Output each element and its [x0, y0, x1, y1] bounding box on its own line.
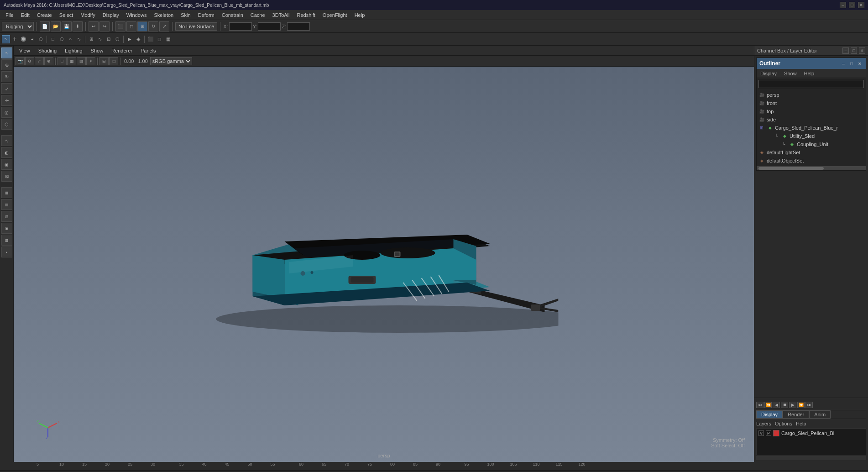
poly-model-1[interactable]: ▦ — [1, 187, 12, 198]
save-scene-btn[interactable]: 💾 — [62, 21, 72, 31]
select-tool[interactable]: ↖ — [1, 47, 12, 58]
sculpt-tool[interactable]: ◉ — [1, 159, 12, 170]
menu-3dtoall[interactable]: 3DToAll — [269, 11, 293, 19]
layer-tab-render[interactable]: Render — [783, 410, 809, 419]
menu-redshift[interactable]: Redshift — [293, 11, 319, 19]
outliner-tab-show[interactable]: Show — [782, 70, 799, 77]
lp-next-btn[interactable]: ⏩ — [797, 402, 805, 408]
circle-select-icon[interactable]: ○ — [66, 35, 74, 43]
viewport-3d[interactable]: X Y Z persp Symmetry: Off Soft Select: O… — [14, 67, 754, 462]
show-poly-icon[interactable]: ⬛ — [146, 35, 155, 43]
poly-model-3[interactable]: ▧ — [1, 211, 12, 222]
lp-stop-btn[interactable]: ⏹ — [781, 402, 788, 408]
scale-tool-btn[interactable]: ⤢ — [159, 21, 169, 31]
snap-surface-icon[interactable]: ⬡ — [113, 35, 121, 43]
rotate-tool[interactable]: ↻ — [1, 71, 12, 82]
component-icon[interactable]: ⬡ — [37, 35, 45, 43]
y-input[interactable] — [258, 22, 281, 31]
render-icon[interactable]: ▶ — [125, 35, 134, 43]
paint-icon[interactable]: 🔘 — [19, 35, 27, 43]
scale-tool[interactable]: ⤢ — [1, 83, 12, 94]
poly-model-4[interactable]: ▣ — [1, 223, 12, 234]
layer-row-cargo[interactable]: V P Cargo_Sled_Pelican_Bl — [757, 429, 866, 438]
open-scene-btn[interactable]: 📂 — [51, 21, 61, 31]
undo-btn[interactable]: ↩ — [89, 21, 99, 31]
outliner-hscroll[interactable] — [757, 166, 866, 170]
paint-select[interactable]: ◐ — [1, 147, 12, 158]
box-select-icon[interactable]: □ — [49, 35, 57, 43]
universal-manip[interactable]: ✛ — [1, 95, 12, 106]
show-nurbs-icon[interactable]: ◻ — [155, 35, 163, 43]
menu-file[interactable]: File — [2, 11, 17, 19]
camera-attrs-btn[interactable]: ⚙ — [25, 57, 34, 65]
tree-item-object-set[interactable]: ◈ defaultObjectSet — [757, 157, 866, 165]
center-btn[interactable]: ⊕ — [44, 57, 53, 65]
move-tool-btn[interactable]: ⊞ — [137, 21, 147, 31]
hud-btn[interactable]: ◻ — [109, 57, 118, 65]
curve-tool[interactable]: ∿ — [1, 135, 12, 146]
vp-shading-menu[interactable]: Shading — [35, 47, 60, 54]
textured-btn[interactable]: ▧ — [77, 57, 86, 65]
lp-play-btn[interactable]: ▶ — [789, 402, 796, 408]
no-live-surface-btn[interactable]: No Live Surface — [175, 22, 217, 31]
outliner-search-input[interactable] — [758, 80, 864, 88]
menu-help[interactable]: Help — [351, 11, 369, 19]
tree-item-persp[interactable]: 🎥 persp — [757, 91, 866, 99]
show-manipulator[interactable]: ⬡ — [1, 119, 12, 130]
import-btn[interactable]: ⬇ — [73, 21, 83, 31]
tree-item-coupling[interactable]: └ ◆ Coupling_Unit — [757, 140, 866, 148]
snap-curve-icon[interactable]: ∿ — [96, 35, 104, 43]
layer-playback-toggle[interactable]: P — [766, 430, 771, 436]
soft-select[interactable]: ◎ — [1, 107, 12, 118]
freeform-select-icon[interactable]: ∿ — [75, 35, 83, 43]
lp-last-btn[interactable]: ⏭ — [805, 402, 813, 408]
smooth-btn[interactable]: ▦ — [67, 57, 76, 65]
new-scene-btn[interactable]: 📄 — [40, 21, 50, 31]
menu-cache[interactable]: Cache — [247, 11, 269, 19]
menu-skin[interactable]: Skin — [177, 11, 194, 19]
rotate-tool-btn[interactable]: ↻ — [148, 21, 158, 31]
layers-option[interactable]: Layers — [756, 421, 771, 426]
x-input[interactable] — [229, 22, 252, 31]
vp-panels-menu[interactable]: Panels — [137, 47, 160, 54]
outliner-minimize-btn[interactable]: – — [840, 60, 847, 67]
cb-close-btn[interactable]: ✕ — [859, 47, 865, 54]
lasso-tool-btn[interactable]: ◻ — [126, 21, 136, 31]
layer-hscroll[interactable] — [756, 456, 866, 460]
menu-openflight[interactable]: OpenFlight — [319, 11, 351, 19]
soft-mod-icon[interactable]: ◂ — [28, 35, 36, 43]
tree-item-utility-sled[interactable]: └ ◆ Utility_Sled — [757, 132, 866, 140]
tree-item-top[interactable]: 🎥 top — [757, 107, 866, 115]
show-subdiv-icon[interactable]: ▦ — [164, 35, 172, 43]
wireframe-btn[interactable]: □ — [58, 57, 67, 65]
outliner-close-btn[interactable]: ✕ — [857, 60, 863, 67]
lighting-btn[interactable]: ☀ — [86, 57, 95, 65]
move-pivot-icon[interactable]: ✛ — [10, 35, 19, 43]
cb-minimize-btn[interactable]: – — [842, 47, 849, 54]
snap-grid-icon[interactable]: ⊞ — [87, 35, 95, 43]
options-option[interactable]: Options — [775, 421, 792, 426]
maximize-button[interactable]: □ — [849, 2, 855, 8]
vp-lighting-menu[interactable]: Lighting — [61, 47, 86, 54]
lp-prev-btn[interactable]: ⏪ — [764, 402, 772, 408]
layer-color-swatch[interactable] — [773, 430, 779, 436]
outliner-tab-display[interactable]: Display — [758, 70, 779, 77]
snap-point-icon[interactable]: ⊡ — [105, 35, 113, 43]
layer-scroll[interactable]: V P Cargo_Sled_Pelican_Bl — [756, 428, 866, 456]
grid-btn[interactable]: ⊞ — [99, 57, 109, 65]
ipr-icon[interactable]: ◉ — [134, 35, 142, 43]
select-tool-btn[interactable]: ⬛ — [115, 21, 125, 31]
layer-tab-anim[interactable]: Anim — [809, 410, 831, 419]
lp-play-back-btn[interactable]: ◀ — [773, 402, 780, 408]
menu-select[interactable]: Select — [56, 11, 77, 19]
mode-dropdown[interactable]: Rigging — [2, 22, 34, 31]
menu-edit[interactable]: Edit — [17, 11, 33, 19]
menu-modify[interactable]: Modify — [77, 11, 99, 19]
tree-item-light-set[interactable]: ◈ defaultLightSet — [757, 148, 866, 157]
vp-renderer-menu[interactable]: Renderer — [108, 47, 136, 54]
camera-select-btn[interactable]: 📷 — [16, 57, 25, 65]
poly-select-icon[interactable]: ⬡ — [58, 35, 66, 43]
z-input[interactable] — [287, 22, 310, 31]
tree-item-cargo-sled[interactable]: ⊞ ◆ Cargo_Sled_Pelican_Blue_r — [757, 124, 866, 132]
layer-tab-display[interactable]: Display — [756, 410, 783, 419]
